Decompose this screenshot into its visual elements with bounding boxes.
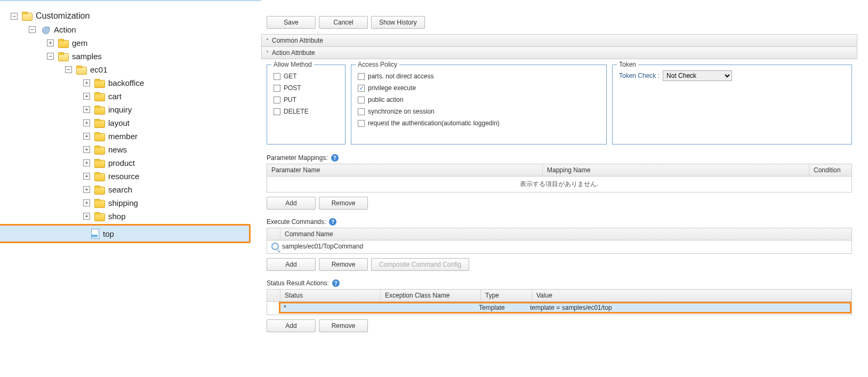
expand-icon[interactable]: + — [83, 93, 90, 100]
checkbox-delete[interactable]: DELETE — [274, 106, 339, 117]
detail-pane: Save Cancel Show History ˄ Common Attrib… — [261, 0, 868, 377]
collapse-icon[interactable]: − — [29, 26, 36, 33]
tree-item[interactable]: +news — [83, 143, 256, 156]
section-common[interactable]: ˄ Common Attribute — [261, 34, 857, 47]
folder-icon — [58, 39, 69, 47]
tree-samples[interactable]: − samples — [47, 50, 256, 63]
tree-label: backoffice — [108, 78, 144, 87]
checkbox-get[interactable]: GET — [274, 70, 339, 82]
column-header[interactable]: Paramater Name — [267, 164, 542, 176]
status-grid: Status Exception Class Name Type Value *… — [267, 289, 852, 315]
checkbox-privilege[interactable]: ✓privilege execute — [358, 82, 600, 94]
checkbox-parts[interactable]: parts. not direct access — [358, 70, 600, 82]
tree-item[interactable]: +backoffice — [83, 76, 256, 90]
search-icon[interactable] — [271, 243, 279, 250]
folder-icon — [94, 212, 105, 221]
tree-item[interactable]: +resource — [83, 170, 256, 183]
tree-label: member — [108, 132, 138, 141]
param-title: Parameter Mappings: — [267, 154, 328, 162]
expand-icon[interactable]: + — [83, 173, 90, 180]
expand-icon[interactable]: + — [83, 79, 90, 86]
action-icon — [40, 26, 51, 34]
checkbox-icon — [274, 85, 280, 92]
collapse-icon[interactable]: − — [47, 53, 54, 60]
chevron-down-icon: ˅ — [266, 50, 269, 56]
tree-label: gem — [72, 38, 87, 47]
folder-icon — [94, 199, 105, 207]
column-header[interactable]: Mapping Name — [542, 164, 809, 176]
save-button[interactable]: Save — [267, 16, 316, 29]
tree-label: ec01 — [90, 65, 108, 74]
exec-grid: Command Name samples/ec01/TopCommand — [267, 228, 852, 254]
tree-label: search — [108, 185, 132, 194]
table-row-selected[interactable]: * Template template = samples/ec01/top — [279, 302, 851, 314]
tree-label: samples — [72, 52, 102, 61]
tree-item[interactable]: +layout — [83, 116, 256, 130]
table-row[interactable]: samples/ec01/TopCommand — [267, 240, 851, 252]
tree-action[interactable]: − Action — [29, 23, 256, 36]
help-icon[interactable]: ? — [332, 279, 340, 287]
expand-icon[interactable]: + — [83, 186, 90, 193]
checkbox-icon — [358, 120, 365, 127]
expand-icon[interactable]: + — [83, 119, 90, 126]
tree-item[interactable]: +product — [83, 156, 256, 170]
checkbox-auth[interactable]: request the authentication(automatic log… — [358, 117, 600, 129]
folder-icon — [22, 12, 33, 20]
add-button[interactable]: Add — [267, 258, 316, 271]
tree-label: inquiry — [108, 105, 132, 114]
remove-button[interactable]: Remove — [319, 197, 368, 210]
checkbox-icon — [358, 108, 365, 115]
tree-root[interactable]: − Customization — [11, 9, 256, 23]
legend: Token — [617, 61, 638, 68]
column-header[interactable]: Command Name — [280, 228, 851, 240]
history-button[interactable]: Show History — [371, 16, 425, 29]
add-button[interactable]: Add — [267, 197, 316, 210]
column-header[interactable]: Condition — [809, 164, 851, 176]
folder-icon — [94, 106, 105, 114]
remove-button[interactable]: Remove — [319, 319, 368, 332]
expand-icon[interactable]: + — [83, 146, 90, 153]
token-label: Token Check : — [619, 72, 660, 79]
cancel-button[interactable]: Cancel — [319, 16, 368, 29]
expand-icon[interactable]: + — [83, 133, 90, 140]
remove-button[interactable]: Remove — [319, 258, 368, 271]
folder-icon — [94, 79, 105, 87]
folder-icon — [94, 146, 105, 154]
status-title: Status Result Actions: — [267, 279, 329, 287]
tree-item[interactable]: +search — [83, 183, 256, 196]
tree-item[interactable]: +shop — [83, 210, 256, 223]
help-icon[interactable]: ? — [329, 218, 336, 226]
collapse-icon[interactable]: − — [11, 13, 18, 20]
checkbox-public[interactable]: public action — [358, 94, 600, 106]
add-button[interactable]: Add — [267, 319, 316, 332]
expand-icon[interactable]: + — [47, 39, 54, 46]
tree-item[interactable]: +inquiry — [83, 103, 256, 116]
expand-icon[interactable]: + — [83, 159, 90, 166]
tree-ec01[interactable]: − ec01 — [65, 63, 256, 76]
tree-item-selected[interactable]: top — [0, 224, 251, 243]
section-action[interactable]: ˅ Action Attribute — [261, 47, 857, 59]
column-header[interactable]: Value — [532, 290, 851, 301]
checkbox-icon — [274, 97, 280, 103]
folder-icon — [94, 159, 105, 167]
column-header[interactable]: Status — [280, 290, 380, 301]
checkbox-icon — [274, 73, 280, 80]
tree-label: Customization — [36, 11, 90, 21]
column-header[interactable]: Exception Class Name — [380, 290, 480, 301]
collapse-icon[interactable]: − — [65, 66, 72, 73]
checkbox-post[interactable]: POST — [274, 82, 339, 94]
checkbox-put[interactable]: PUT — [274, 94, 339, 106]
tree-item[interactable]: +member — [83, 130, 256, 143]
column-header[interactable]: Type — [480, 290, 532, 301]
token-select[interactable]: Not Check — [663, 70, 732, 81]
tree-item[interactable]: +cart — [83, 90, 256, 103]
expand-icon[interactable]: + — [83, 213, 90, 220]
tree-item[interactable]: +shipping — [83, 196, 256, 210]
help-icon[interactable]: ? — [331, 154, 339, 162]
checkbox-sync[interactable]: synchronize on session — [358, 106, 600, 117]
checkbox-icon — [274, 108, 280, 115]
expand-icon[interactable]: + — [83, 199, 90, 206]
folder-icon — [94, 172, 105, 181]
expand-icon[interactable]: + — [83, 106, 90, 113]
tree-gem[interactable]: + gem — [47, 36, 256, 50]
